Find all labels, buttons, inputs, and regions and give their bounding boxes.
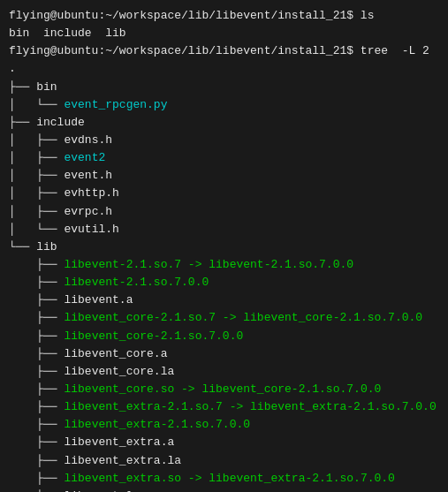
tree-lib14: ├── libevent.la — [9, 488, 439, 492]
tree-evutil-h: │ └── evutil.h — [9, 221, 439, 238]
tree-lib2: ├── libevent-2.1.so.7.0.0 — [9, 274, 439, 291]
tree-lib1: ├── libevent-2.1.so.7 -> libevent-2.1.so… — [9, 256, 439, 274]
tree-lib-dir: └── lib — [9, 238, 439, 256]
tree-lib4: ├── libevent_core-2.1.so.7 -> libevent_c… — [9, 309, 439, 327]
tree-lib9: ├── libevent_extra-2.1.so.7 -> libevent_… — [9, 398, 439, 416]
tree-lib10: ├── libevent_extra-2.1.so.7.0.0 — [9, 416, 439, 434]
ls-output: bin include lib — [9, 25, 439, 42]
tree-lib3: ├── libevent.a — [9, 291, 439, 309]
terminal: flying@ubuntu:~/workspace/lib/libevent/i… — [9, 7, 439, 492]
tree-event-rpcgen: │ └── event_rpcgen.py — [9, 96, 439, 114]
tree-event2: │ ├── event2 — [9, 149, 439, 167]
command-line-1: flying@ubuntu:~/workspace/lib/libevent/i… — [9, 7, 439, 25]
tree-lib8: ├── libevent_core.so -> libevent_core-2.… — [9, 381, 439, 398]
command-line-2: flying@ubuntu:~/workspace/lib/libevent/i… — [9, 42, 439, 60]
tree-lib12: ├── libevent_extra.la — [9, 452, 439, 470]
tree-lib11: ├── libevent_extra.a — [9, 434, 439, 451]
tree-evhttp-h: │ ├── evhttp.h — [9, 185, 439, 202]
tree-lib13: ├── libevent_extra.so -> libevent_extra-… — [9, 470, 439, 488]
tree-bin-dir: ├── bin — [9, 79, 439, 96]
tree-lib6: ├── libevent_core.a — [9, 345, 439, 363]
tree-evrpc-h: │ ├── evrpc.h — [9, 203, 439, 221]
tree-event-h: │ ├── event.h — [9, 167, 439, 185]
tree-lib7: ├── libevent_core.la — [9, 363, 439, 381]
tree-root: . — [9, 60, 439, 78]
tree-evdns-h: │ ├── evdns.h — [9, 132, 439, 149]
tree-lib5: ├── libevent_core-2.1.so.7.0.0 — [9, 328, 439, 345]
tree-include-dir: ├── include — [9, 114, 439, 132]
